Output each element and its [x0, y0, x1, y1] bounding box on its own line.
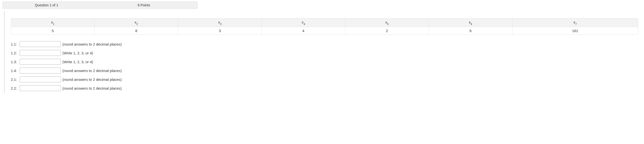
table-header-cell: x1	[11, 18, 95, 27]
answer-row: 1.2: (Write 1, 2, 3, or 4)	[11, 50, 638, 56]
answer-label: 1.1:	[11, 42, 18, 46]
table-cell: 8	[94, 27, 178, 35]
table-header-row: x1 x2 x3 x4 x5 x6 x7	[11, 18, 638, 27]
table-cell: 4	[262, 27, 345, 35]
table-data-row: 5 8 3 4 2 6 161	[11, 27, 638, 35]
table-header-cell: x6	[429, 18, 512, 27]
answer-label: 1.3:	[11, 60, 18, 64]
table-cell: 6	[429, 27, 512, 35]
answer-hint: (round answers to 2 decimal places)	[62, 86, 122, 90]
answer-input-1-2[interactable]	[20, 50, 61, 56]
table-cell: 3	[178, 27, 262, 35]
table-header-cell: x7	[512, 18, 638, 27]
question-number-label: Question 1 of 1	[3, 2, 90, 8]
table-header-cell: x2	[94, 18, 178, 27]
answer-hint: (Write 1, 2, 3, or 4)	[62, 51, 93, 55]
table-header-cell: x5	[345, 18, 429, 27]
answer-label: 2.1:	[11, 77, 18, 81]
answer-hint: (round answers to 2 decimal places)	[62, 42, 122, 46]
question-content: x1 x2 x3 x4 x5 x6 x7 5 8 3 4 2 6 161 1.1…	[4, 11, 644, 93]
answer-input-1-1[interactable]	[20, 41, 61, 47]
answer-input-1-3[interactable]	[20, 59, 61, 65]
table-header-cell: x3	[178, 18, 262, 27]
answer-row: 2.2: (round answers to 2 decimal places)	[11, 85, 638, 91]
answer-input-2-1[interactable]	[20, 76, 61, 82]
answer-input-2-2[interactable]	[20, 85, 61, 91]
answer-label: 1.4:	[11, 69, 18, 73]
answer-row: 2.1: (round answers to 2 decimal places)	[11, 76, 638, 82]
table-header-cell: x4	[262, 18, 345, 27]
answer-section: 1.1: (round answers to 2 decimal places)…	[11, 41, 638, 91]
table-cell: 2	[345, 27, 429, 35]
question-points-label: 6 Points	[90, 2, 198, 8]
table-cell: 161	[512, 27, 638, 35]
answer-row: 1.1: (round answers to 2 decimal places)	[11, 41, 638, 47]
answer-input-1-4[interactable]	[20, 68, 61, 73]
data-table: x1 x2 x3 x4 x5 x6 x7 5 8 3 4 2 6 161	[11, 18, 638, 35]
answer-hint: (round answers to 2 decimal places)	[62, 69, 122, 73]
answer-row: 1.4: (round answers to 2 decimal places)	[11, 68, 638, 73]
answer-hint: (Write 1, 2, 3, or 4)	[62, 60, 93, 64]
table-cell: 5	[11, 27, 95, 35]
answer-label: 1.2:	[11, 51, 18, 55]
question-header: Question 1 of 1 6 Points	[2, 1, 198, 9]
answer-row: 1.3: (Write 1, 2, 3, or 4)	[11, 59, 638, 65]
answer-hint: (round answers to 2 decimal places)	[62, 77, 122, 81]
answer-label: 2.2:	[11, 86, 18, 90]
